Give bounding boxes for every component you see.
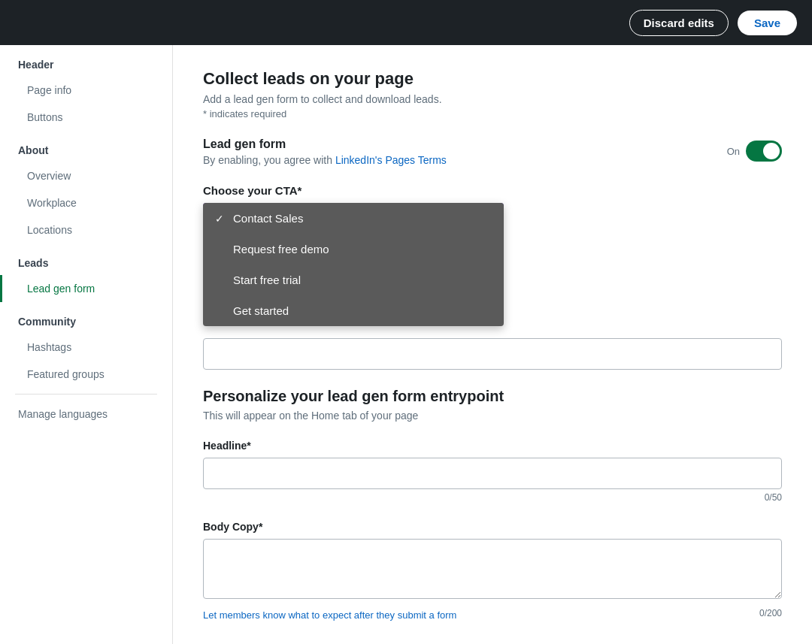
extra-select-row xyxy=(203,338,782,370)
lead-gen-desc-text: By enabling, you agree with xyxy=(203,154,335,166)
toggle-label: On xyxy=(727,146,740,157)
personalize-title: Personalize your lead gen form entrypoin… xyxy=(203,388,782,405)
personalize-section: Personalize your lead gen form entrypoin… xyxy=(203,388,782,422)
page-subtitle: Add a lead gen form to collect and downl… xyxy=(203,93,782,105)
lead-gen-form-info: Lead gen form By enabling, you agree wit… xyxy=(203,138,447,166)
cta-option-request-free-demo[interactable]: Request free demo xyxy=(203,234,504,265)
sidebar: Header Page info Buttons About Overview … xyxy=(0,45,173,644)
cta-option-label: Contact Sales xyxy=(233,212,303,225)
cta-group: Choose your CTA* ▾ ✓ Contact Sales Reque… xyxy=(203,184,782,233)
sidebar-divider xyxy=(15,394,157,395)
body-copy-hint: Let members know what to expect after th… xyxy=(203,609,456,621)
cta-option-label: Start free trial xyxy=(233,274,301,286)
discard-edits-button[interactable]: Discard edits xyxy=(629,10,729,36)
required-note: * indicates required xyxy=(203,108,782,119)
sidebar-leads-section: Leads xyxy=(0,243,172,275)
page-layout: Header Page info Buttons About Overview … xyxy=(0,45,812,644)
sidebar-item-workplace[interactable]: Workplace xyxy=(0,189,172,216)
body-copy-row: Let members know what to expect after th… xyxy=(203,605,782,621)
headline-group: Headline* 0/50 xyxy=(203,440,782,503)
sidebar-item-hashtags[interactable]: Hashtags xyxy=(0,334,172,361)
sidebar-item-featured-groups[interactable]: Featured groups xyxy=(0,361,172,388)
lead-gen-form-label: Lead gen form xyxy=(203,138,447,151)
headline-input[interactable] xyxy=(203,458,782,489)
cta-label: Choose your CTA* xyxy=(203,184,782,197)
body-copy-textarea[interactable] xyxy=(203,539,782,599)
main-content: Collect leads on your page Add a lead ge… xyxy=(173,45,812,644)
sidebar-item-locations[interactable]: Locations xyxy=(0,216,172,243)
lead-gen-form-row: Lead gen form By enabling, you agree wit… xyxy=(203,138,782,166)
body-copy-group: Body Copy* Let members know what to expe… xyxy=(203,521,782,621)
toggle-row: On xyxy=(727,141,782,162)
personalize-subtitle: This will appear on the Home tab of your… xyxy=(203,410,782,422)
sidebar-item-page-info[interactable]: Page info xyxy=(0,77,172,104)
save-button[interactable]: Save xyxy=(738,11,797,35)
sidebar-community-section: Community xyxy=(0,302,172,334)
sidebar-about-section: About xyxy=(0,131,172,162)
cta-option-label: Get started xyxy=(233,304,289,317)
extra-select-input[interactable] xyxy=(203,338,782,370)
lead-gen-form-desc: By enabling, you agree with LinkedIn's P… xyxy=(203,154,447,166)
cta-option-contact-sales[interactable]: ✓ Contact Sales xyxy=(203,203,504,234)
lead-gen-toggle[interactable] xyxy=(746,141,782,162)
sidebar-header-section: Header xyxy=(0,45,172,77)
page-title: Collect leads on your page xyxy=(203,69,782,89)
checkmark-icon: ✓ xyxy=(215,213,227,225)
sidebar-item-manage-languages[interactable]: Manage languages xyxy=(0,401,172,428)
body-copy-label: Body Copy* xyxy=(203,521,782,533)
sidebar-item-overview[interactable]: Overview xyxy=(0,162,172,189)
cta-dropdown-menu: ✓ Contact Sales Request free demo Start … xyxy=(203,203,504,326)
headline-char-count: 0/50 xyxy=(203,492,782,503)
top-bar: Discard edits Save xyxy=(0,0,812,45)
cta-select-wrapper: ▾ ✓ Contact Sales Request free demo Star… xyxy=(203,203,504,233)
headline-label: Headline* xyxy=(203,440,782,452)
sidebar-item-buttons[interactable]: Buttons xyxy=(0,104,172,131)
cta-option-start-free-trial[interactable]: Start free trial xyxy=(203,265,504,295)
sidebar-item-lead-gen-form[interactable]: Lead gen form xyxy=(0,275,172,302)
body-copy-char-count: 0/200 xyxy=(759,608,782,618)
cta-option-get-started[interactable]: Get started xyxy=(203,295,504,326)
linkedin-pages-terms-link[interactable]: LinkedIn's Pages Terms xyxy=(335,154,447,166)
cta-option-label: Request free demo xyxy=(233,243,329,255)
